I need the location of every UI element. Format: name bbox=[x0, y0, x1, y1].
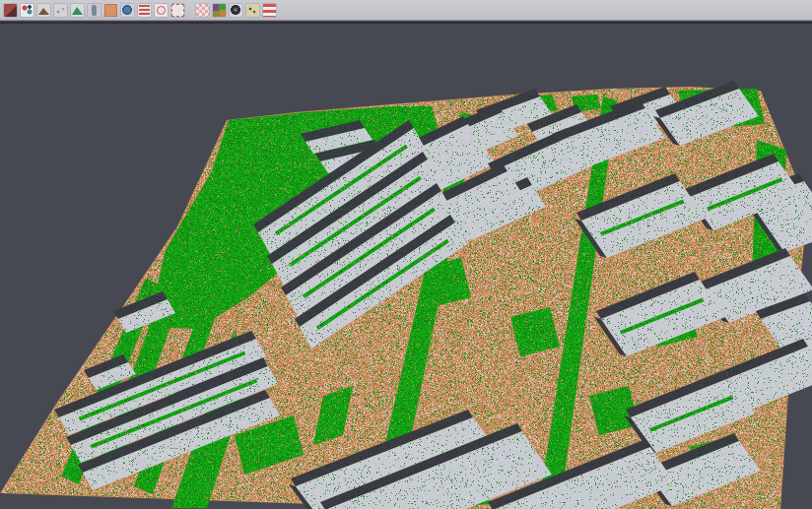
target-icon[interactable] bbox=[155, 4, 168, 17]
point-cloud-scene[interactable] bbox=[0, 24, 812, 509]
cross-section-icon[interactable] bbox=[138, 4, 151, 17]
app-window bbox=[0, 0, 812, 509]
points-icon[interactable] bbox=[21, 4, 34, 17]
classification-view-icon[interactable] bbox=[213, 4, 226, 17]
selection-icon[interactable] bbox=[171, 4, 184, 17]
main-toolbar bbox=[0, 0, 812, 21]
ortho-icon[interactable] bbox=[104, 4, 117, 17]
sphere-icon[interactable] bbox=[230, 4, 242, 17]
3d-viewport[interactable] bbox=[0, 22, 812, 509]
surface-icon[interactable] bbox=[71, 4, 84, 17]
flag-icon[interactable] bbox=[263, 4, 276, 17]
dataset-icon[interactable] bbox=[4, 4, 17, 17]
terrain-icon[interactable] bbox=[37, 4, 50, 17]
globe-icon[interactable] bbox=[121, 4, 134, 17]
measure-icon[interactable] bbox=[246, 4, 259, 17]
grid-icon[interactable] bbox=[196, 4, 209, 17]
contour-icon[interactable] bbox=[54, 4, 67, 17]
profile-icon[interactable] bbox=[88, 4, 101, 17]
